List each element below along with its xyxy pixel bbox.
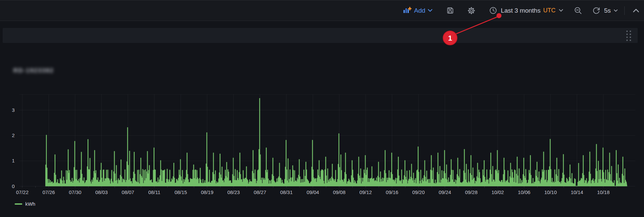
svg-text:09/04: 09/04	[307, 189, 319, 195]
time-range-picker[interactable]: Last 3 months UTC	[489, 4, 563, 17]
dashboard-toolbar: Add	[0, 0, 644, 21]
svg-text:08/03: 08/03	[95, 189, 108, 195]
legend-item-kwh[interactable]: kWh	[15, 201, 35, 207]
legend-series-label: kWh	[25, 201, 35, 207]
svg-text:08/23: 08/23	[227, 189, 240, 195]
add-button-label: Add	[414, 7, 425, 14]
svg-text:0: 0	[12, 183, 15, 189]
chevron-down-icon	[614, 9, 618, 12]
floppy-disk-icon	[446, 7, 454, 14]
dashboard-settings-button[interactable]	[467, 4, 475, 17]
svg-text:09/28: 09/28	[465, 189, 478, 195]
clock-icon	[489, 7, 497, 14]
svg-text:10/14: 10/14	[571, 189, 583, 195]
dashboard-canvas: RD-1923382 07/2207/2607/3008/0308/0708/1…	[0, 21, 644, 217]
svg-text:3: 3	[12, 107, 15, 113]
gear-icon	[467, 7, 475, 15]
collapse-toolbar-button[interactable]	[633, 4, 639, 17]
svg-text:09/12: 09/12	[359, 189, 372, 195]
svg-text:09/20: 09/20	[412, 189, 425, 195]
svg-text:07/30: 07/30	[69, 189, 81, 195]
svg-text:09/16: 09/16	[386, 189, 399, 195]
svg-text:08/31: 08/31	[280, 189, 293, 195]
svg-text:10/02: 10/02	[491, 189, 504, 195]
svg-text:09/08: 09/08	[333, 189, 346, 195]
refresh-icon	[592, 6, 600, 15]
refresh-interval-label: 5s	[604, 7, 611, 14]
chevron-down-icon	[559, 9, 563, 12]
magnifier-minus-icon	[574, 7, 582, 15]
timezone-label: UTC	[543, 7, 556, 14]
legend-series-swatch	[15, 203, 22, 205]
svg-text:10/10: 10/10	[544, 189, 557, 195]
svg-text:1: 1	[12, 158, 15, 163]
chevron-down-icon	[428, 9, 432, 12]
svg-text:08/07: 08/07	[122, 189, 134, 195]
chevron-up-icon	[633, 8, 639, 13]
svg-text:08/15: 08/15	[175, 189, 187, 195]
bar-chart-plus-icon	[403, 7, 411, 15]
kwh-time-series-chart[interactable]: 07/2207/2607/3008/0308/0708/1108/1508/19…	[0, 21, 644, 217]
add-panel-button[interactable]: Add	[403, 4, 432, 17]
time-range-label: Last 3 months	[501, 7, 541, 14]
svg-text:2: 2	[12, 132, 15, 138]
toolbar-divider	[624, 6, 625, 15]
svg-text:08/27: 08/27	[254, 189, 266, 195]
svg-text:08/19: 08/19	[201, 189, 214, 195]
svg-text:10/06: 10/06	[518, 189, 531, 195]
svg-text:07/26: 07/26	[43, 189, 55, 195]
svg-text:09/24: 09/24	[439, 189, 451, 195]
refresh-button[interactable]: 5s	[592, 4, 618, 17]
svg-text:07/22: 07/22	[16, 189, 29, 195]
zoom-out-time-button[interactable]	[574, 4, 582, 17]
save-dashboard-button[interactable]	[446, 4, 454, 17]
svg-text:10/18: 10/18	[597, 189, 610, 195]
svg-text:08/11: 08/11	[148, 189, 160, 195]
